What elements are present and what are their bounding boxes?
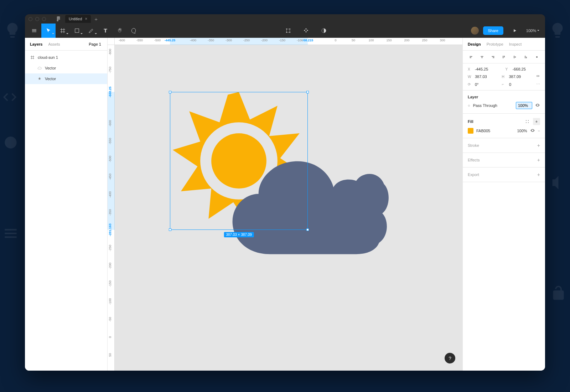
x-label: X xyxy=(468,67,472,71)
layer-name: Vector xyxy=(45,77,56,81)
align-center-v-icon[interactable] xyxy=(512,54,518,60)
fill-visibility-icon[interactable] xyxy=(530,128,535,134)
distribute-icon[interactable] xyxy=(534,54,540,60)
w-label: W xyxy=(468,75,472,79)
visibility-icon[interactable] xyxy=(535,103,540,108)
resize-handle-tl[interactable] xyxy=(169,91,171,93)
assets-tab[interactable]: Assets xyxy=(48,42,60,46)
align-center-h-icon[interactable] xyxy=(479,54,485,60)
layer-name: Vector xyxy=(45,66,56,70)
help-button[interactable]: ? xyxy=(445,353,455,363)
vector-icon xyxy=(37,76,42,81)
fill-section-title: Fill xyxy=(468,119,473,124)
h-value[interactable]: 387.09 xyxy=(509,74,533,79)
remove-fill-icon[interactable]: − xyxy=(538,129,540,133)
stroke-section[interactable]: Stroke+ xyxy=(463,138,545,153)
layer-row-frame[interactable]: cloud-sun 1 xyxy=(25,52,107,63)
layers-tab[interactable]: Layers xyxy=(30,42,42,46)
blend-mode-select[interactable]: Pass Through xyxy=(473,103,513,108)
rotation-value[interactable]: 0° xyxy=(475,82,499,87)
vertical-ruler: -800 -750 -668.25 -600 -550 -500 -450 -4… xyxy=(108,45,115,371)
share-button[interactable]: Share xyxy=(483,26,503,35)
x-value[interactable]: -445.25 xyxy=(475,67,503,71)
layer-name: cloud-sun 1 xyxy=(38,55,58,60)
app-window: Untitled × + Share 100% Layers Asset xyxy=(25,14,545,371)
svg-point-2 xyxy=(286,29,287,30)
align-right-icon[interactable] xyxy=(490,54,496,60)
resize-handle-br[interactable] xyxy=(306,228,309,231)
h-label: H xyxy=(502,75,506,79)
design-tab[interactable]: Design xyxy=(468,42,481,46)
canvas[interactable]: -600 -550 -500 -445.25 -400 -350 -300 -2… xyxy=(108,38,462,371)
fill-swatch[interactable] xyxy=(468,128,473,134)
fill-hex[interactable]: FAB005 xyxy=(476,129,514,133)
window-controls[interactable] xyxy=(28,17,46,21)
shape-tool[interactable] xyxy=(70,24,84,38)
layers-panel: Layers Assets Page 1 cloud-sun 1 Vector … xyxy=(25,38,108,371)
export-section[interactable]: Export+ xyxy=(463,167,545,182)
zoom-control[interactable]: 100% xyxy=(526,29,539,33)
layer-row-vector-selected[interactable]: Vector xyxy=(25,73,107,84)
svg-point-11 xyxy=(526,122,527,123)
user-avatar[interactable] xyxy=(471,27,479,35)
ruler-corner xyxy=(108,38,115,45)
svg-point-9 xyxy=(526,120,527,121)
rotation-icon: ⟳ xyxy=(468,82,472,86)
frame-icon xyxy=(30,55,35,60)
edit-object-icon[interactable] xyxy=(281,24,295,38)
align-top-icon[interactable] xyxy=(501,54,507,60)
align-left-icon[interactable] xyxy=(468,54,474,60)
close-window-icon[interactable] xyxy=(28,17,32,21)
svg-rect-1 xyxy=(286,29,290,32)
frame-tool[interactable] xyxy=(56,24,70,38)
menu-button[interactable] xyxy=(27,24,41,38)
maximize-window-icon[interactable] xyxy=(42,17,46,21)
add-tab-button[interactable]: + xyxy=(94,16,98,22)
svg-rect-0 xyxy=(75,29,79,32)
text-tool[interactable] xyxy=(98,24,113,38)
minimize-window-icon[interactable] xyxy=(35,17,39,21)
resize-handle-tr[interactable] xyxy=(306,91,309,93)
radius-value[interactable]: 0 xyxy=(509,82,533,87)
y-label: Y xyxy=(506,67,510,71)
resize-handle-bl[interactable] xyxy=(169,228,171,231)
w-value[interactable]: 387.03 xyxy=(475,74,499,79)
fill-style-icon[interactable] xyxy=(524,118,531,125)
selection-box[interactable]: 387.03 × 387.09 xyxy=(170,92,308,230)
fill-opacity[interactable]: 100% xyxy=(517,129,527,133)
layer-opacity-input[interactable] xyxy=(516,102,532,109)
hand-tool[interactable] xyxy=(113,24,127,38)
svg-point-10 xyxy=(528,120,529,121)
toolbar: Share 100% xyxy=(25,24,545,38)
horizontal-ruler: -600 -550 -500 -445.25 -400 -350 -300 -2… xyxy=(115,38,462,45)
comment-tool[interactable] xyxy=(127,24,141,38)
page-selector[interactable]: Page 1 xyxy=(89,42,102,46)
pen-tool[interactable] xyxy=(84,24,98,38)
more-icon[interactable]: ⋯ xyxy=(536,82,540,87)
layer-section-title: Layer xyxy=(463,91,545,102)
design-panel: Design Prototype Inspect X -445.25 Y -66… xyxy=(462,38,545,371)
inspect-tab[interactable]: Inspect xyxy=(509,42,522,46)
cloud-icon xyxy=(37,66,42,71)
document-tab[interactable]: Untitled × xyxy=(65,15,91,23)
add-fill-icon[interactable]: + xyxy=(533,118,540,125)
component-icon[interactable] xyxy=(299,24,313,38)
close-tab-icon[interactable]: × xyxy=(85,16,87,21)
figma-logo-icon xyxy=(56,16,61,21)
effects-section[interactable]: Effects+ xyxy=(463,153,545,167)
zoom-value: 100% xyxy=(526,29,536,33)
mask-icon[interactable] xyxy=(317,24,331,38)
svg-point-12 xyxy=(528,122,529,123)
svg-point-5 xyxy=(289,32,290,33)
layer-row-vector[interactable]: Vector xyxy=(25,63,107,73)
titlebar: Untitled × + xyxy=(25,14,545,24)
y-value[interactable]: -668.25 xyxy=(513,67,540,71)
prototype-tab[interactable]: Prototype xyxy=(487,42,503,46)
constrain-icon[interactable] xyxy=(536,74,540,79)
move-tool[interactable] xyxy=(41,24,56,38)
svg-point-4 xyxy=(286,32,287,33)
align-bottom-icon[interactable] xyxy=(523,54,529,60)
tab-title: Untitled xyxy=(69,17,82,21)
present-button[interactable] xyxy=(508,24,522,38)
blend-icon: ○ xyxy=(468,103,470,108)
